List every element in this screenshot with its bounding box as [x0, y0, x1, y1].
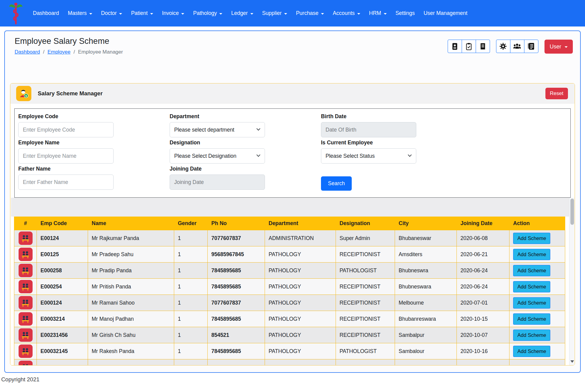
nav-item-ledger[interactable]: Ledger — [231, 10, 253, 16]
nav-item-accounts[interactable]: Accounts — [333, 10, 360, 16]
employee-name-input[interactable] — [18, 148, 114, 164]
nav-item-user-management[interactable]: User Management — [424, 10, 467, 16]
people-at-desk-icon — [21, 363, 30, 366]
cell-joining-date: 2020-10-16 — [457, 343, 509, 359]
joining-date-label: Joining Date — [170, 166, 321, 172]
father-name-input[interactable] — [18, 175, 114, 190]
nav-item-pathology[interactable]: Pathology — [193, 10, 222, 16]
nav-item-hrm[interactable]: HRM — [369, 10, 387, 16]
designation-select[interactable]: Please Select Designation — [170, 148, 265, 164]
department-select[interactable]: Please select department — [170, 122, 265, 137]
cell-empty — [88, 359, 174, 366]
nav-item-label: Dashboard — [33, 10, 59, 16]
breadcrumb: Dashboard/Employee/Employee Manager — [15, 49, 123, 55]
add-scheme-button[interactable]: Add Scheme — [513, 313, 550, 325]
scrollbar-thumb[interactable] — [570, 199, 574, 225]
nav-item-purchase[interactable]: Purchase — [296, 10, 324, 16]
cell-designation: RECEIPTIONIST — [336, 279, 395, 295]
clipboard-check-icon[interactable] — [462, 40, 476, 53]
cell-joining-date: 2020-10-15 — [457, 311, 509, 327]
employee-row-icon-button[interactable] — [19, 280, 33, 293]
cell-emp-code: E00125 — [37, 246, 88, 263]
is-current-employee-label: Is Current Employee — [321, 139, 567, 146]
cell-ph-no: 7845895685 — [208, 343, 265, 359]
nav-item-masters[interactable]: Masters — [68, 10, 92, 16]
employee-row-icon-button[interactable] — [19, 328, 33, 342]
receipt-icon[interactable] — [476, 40, 490, 53]
scrollbar-down-arrow-icon[interactable] — [570, 360, 574, 363]
top-navbar: DashboardMastersDoctorPatientInvoicePath… — [0, 0, 585, 26]
cell-designation: RECEIPTIONIST — [336, 311, 395, 327]
caduceus-logo-icon[interactable] — [8, 2, 24, 25]
ledger-book-icon[interactable] — [524, 40, 538, 53]
breadcrumb-item-dashboard[interactable]: Dashboard — [15, 49, 40, 55]
cell-emp-code: E000124 — [37, 295, 88, 311]
filter-column-3: Birth Date Is Current Employee Please Se… — [321, 111, 567, 191]
reset-button[interactable]: Reset — [545, 88, 568, 99]
cell-empty — [174, 359, 208, 366]
nav-item-label: Purchase — [296, 10, 319, 16]
column-header-city: City — [395, 217, 457, 230]
nav-item-invoice[interactable]: Invoice — [162, 10, 184, 16]
cell-ph-no: 7845895685 — [208, 311, 265, 327]
employee-row-icon-button[interactable] — [19, 296, 33, 309]
birth-date-input[interactable] — [321, 122, 416, 137]
column-header-joining-date: Joining Date — [457, 217, 509, 230]
employee-row-icon-button[interactable] — [19, 231, 33, 245]
search-button[interactable]: Search — [321, 176, 352, 191]
breadcrumb-item-employee-manager: Employee Manager — [78, 49, 123, 55]
cell-empty — [336, 359, 395, 366]
breadcrumb-item-employee[interactable]: Employee — [48, 49, 71, 55]
nav-item-label: Patient — [131, 10, 147, 16]
cell-joining-date: 2020-06-24 — [457, 279, 509, 295]
breadcrumb-separator: / — [43, 49, 44, 55]
add-scheme-button[interactable]: Add Scheme — [513, 297, 550, 309]
table-top-spacer — [11, 198, 574, 217]
is-current-employee-select[interactable]: Please Select Status — [321, 148, 416, 164]
employee-code-label: Employee Code — [18, 113, 170, 120]
cell-name: Mr Rajkumar Panda — [88, 230, 174, 246]
cell-ph-no: 7077607837 — [208, 230, 265, 246]
table-row-partial — [14, 359, 565, 366]
breadcrumb-separator: / — [74, 49, 75, 55]
cell-emp-code: E000258 — [37, 263, 88, 279]
user-menu-button[interactable]: User — [544, 40, 573, 54]
people-group-icon[interactable] — [510, 40, 524, 53]
cell-empty — [395, 359, 457, 366]
add-scheme-button[interactable]: Add Scheme — [513, 265, 550, 276]
passport-icon[interactable] — [448, 40, 462, 53]
add-scheme-button[interactable]: Add Scheme — [513, 233, 550, 244]
nav-item-label: Supplier — [262, 10, 282, 16]
add-scheme-button[interactable]: Add Scheme — [513, 281, 550, 292]
user-menu-label: User — [550, 44, 561, 50]
nav-item-dashboard[interactable]: Dashboard — [33, 10, 59, 16]
joining-date-input[interactable] — [170, 175, 265, 190]
nav-item-supplier[interactable]: Supplier — [262, 10, 287, 16]
add-scheme-button[interactable]: Add Scheme — [513, 330, 550, 341]
cell-gender: 1 — [174, 343, 208, 359]
employee-row-icon-button[interactable] — [19, 264, 33, 277]
table-row: E00125Mr Pradeep Sahu195685967845PATHOLO… — [14, 246, 565, 263]
nav-item-doctor[interactable]: Doctor — [101, 10, 122, 16]
people-at-desk-icon — [21, 250, 30, 259]
cell-department: PATHOLOGY — [265, 263, 336, 279]
gear-icon[interactable] — [496, 40, 510, 53]
designation-label: Designation — [170, 139, 321, 146]
people-at-desk-icon — [21, 314, 30, 324]
add-scheme-button[interactable]: Add Scheme — [513, 346, 550, 357]
employee-code-input[interactable] — [18, 122, 114, 137]
nav-item-label: Pathology — [193, 10, 217, 16]
nav-item-settings[interactable]: Settings — [396, 10, 415, 16]
chevron-down-icon — [150, 13, 153, 15]
employee-row-icon-button[interactable] — [19, 312, 33, 326]
cell-emp-code: E0003214 — [37, 311, 88, 327]
nav-item-patient[interactable]: Patient — [131, 10, 153, 16]
add-scheme-button[interactable]: Add Scheme — [513, 249, 550, 260]
employee-row-icon-button[interactable] — [19, 344, 33, 358]
people-at-desk-icon — [21, 282, 30, 291]
employee-row-icon-button[interactable] — [19, 248, 33, 261]
employee-row-icon-button[interactable] — [19, 361, 33, 365]
table-row: E000124Mr Ramani Sahoo17077607837PATHOLO… — [14, 295, 565, 311]
chevron-down-icon — [384, 13, 387, 15]
vertical-scrollbar[interactable] — [569, 198, 575, 365]
